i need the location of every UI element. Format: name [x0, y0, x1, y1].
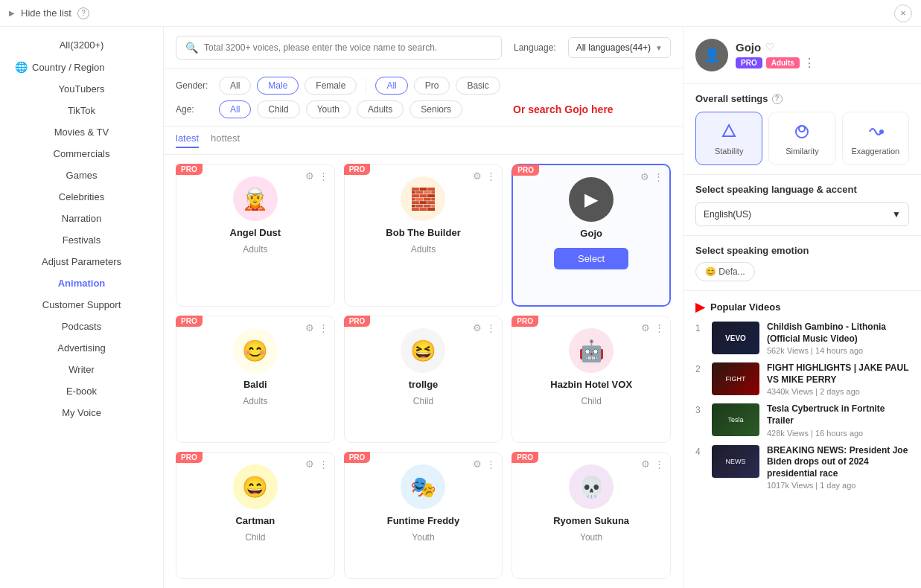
voice-card-cartman[interactable]: PRO ⚙ ⋮ 😄 Cartman Child	[176, 452, 335, 579]
sidebar-item-myvoice[interactable]: My Voice	[0, 402, 163, 424]
language-select[interactable]: All languages(44+) ▼	[568, 37, 671, 58]
settings-icon[interactable]: ⚙	[641, 322, 650, 333]
pro-badge: PRO	[736, 57, 762, 68]
video-title: BREAKING NEWS: President Joe Biden drops…	[767, 445, 909, 480]
age-seniors-btn[interactable]: Seniors	[409, 100, 462, 118]
gender-male-btn[interactable]: Male	[257, 77, 299, 95]
sidebar-item-narration[interactable]: Narration	[0, 208, 163, 229]
sidebar-item-games[interactable]: Games	[0, 164, 163, 186]
settings-icon[interactable]: ⚙	[641, 458, 650, 470]
video-item-2[interactable]: 2 FIGHT FIGHT HIGHLIGHTS | JAKE PAUL VS …	[695, 362, 909, 396]
voice-avatar: ▶	[569, 177, 614, 222]
age-adults-btn[interactable]: Adults	[357, 100, 404, 118]
pro-badge: PRO	[176, 452, 203, 463]
video-meta: 4340k Views | 2 days ago	[767, 387, 909, 396]
exaggeration-card[interactable]: Exaggeration	[842, 112, 909, 165]
sidebar-item-writer[interactable]: Writer	[0, 359, 163, 380]
sidebar-item-celebrities[interactable]: Celebrities	[0, 186, 163, 208]
tier-all-btn[interactable]: All	[375, 77, 407, 95]
card-actions[interactable]: ⚙ ⋮	[305, 170, 328, 182]
sidebar-item-tiktok[interactable]: TikTok	[0, 100, 163, 121]
sidebar-item-commercials[interactable]: Commercials	[0, 143, 163, 164]
card-actions[interactable]: ⚙ ⋮	[473, 322, 496, 333]
card-actions[interactable]: ⚙ ⋮	[305, 322, 328, 333]
settings-icon[interactable]: ⚙	[640, 171, 649, 182]
card-actions[interactable]: ⚙ ⋮	[641, 458, 664, 470]
heart-icon[interactable]: ♡	[765, 41, 775, 53]
more-icon[interactable]: ⋮	[319, 322, 328, 333]
age-all-btn[interactable]: All	[219, 100, 251, 118]
card-actions[interactable]: ⚙ ⋮	[640, 171, 663, 182]
settings-icon[interactable]: ⚙	[473, 458, 482, 470]
voice-card-trollge[interactable]: PRO ⚙ ⋮ 😆 trollge Child	[344, 316, 503, 443]
more-icon[interactable]: ⋮	[654, 458, 664, 470]
card-actions[interactable]: ⚙ ⋮	[473, 458, 496, 470]
settings-icon[interactable]: ⚙	[473, 170, 482, 182]
gender-all-btn[interactable]: All	[219, 77, 251, 95]
more-icon[interactable]: ⋮	[486, 322, 496, 333]
voice-avatar: 😊	[233, 328, 278, 373]
voice-name: Baldi	[243, 379, 267, 390]
close-button[interactable]: ×	[894, 4, 912, 22]
tier-basic-btn[interactable]: Basic	[456, 77, 500, 95]
sidebar-item-customer-support[interactable]: Customer Support	[0, 294, 163, 316]
sidebar-item-all[interactable]: All(3200+)	[0, 34, 163, 56]
info-icon[interactable]: ?	[772, 94, 783, 104]
search-input-wrap[interactable]: 🔍	[176, 36, 502, 60]
stability-card[interactable]: Stability	[695, 112, 762, 165]
voice-card-baldi[interactable]: PRO ⚙ ⋮ 😊 Baldi Adults	[176, 316, 335, 443]
video-item-1[interactable]: 1 VEVO Childish Gambino - Lithonia (Offi…	[695, 322, 909, 355]
voice-card-gojo[interactable]: PRO ⚙ ⋮ ▶ Gojo Select	[512, 164, 671, 307]
language-section-title: Select speaking language & accent	[695, 184, 909, 195]
more-icon[interactable]: ⋮	[654, 171, 663, 182]
sidebar-country-label: Country / Region	[32, 62, 105, 73]
voice-name: Funtime Freddy	[387, 515, 460, 526]
age-child-btn[interactable]: Child	[257, 100, 299, 118]
more-icon[interactable]: ⋮	[319, 170, 328, 182]
card-actions[interactable]: ⚙ ⋮	[473, 170, 496, 182]
tab-hottest[interactable]: hottest	[211, 132, 240, 148]
language-accent-select[interactable]: English(US) ▼	[695, 202, 909, 226]
voice-card-funtime-freddy[interactable]: PRO ⚙ ⋮ 🎭 Funtime Freddy Youth	[344, 452, 503, 579]
language-accent-caret-icon: ▼	[892, 209, 901, 220]
select-voice-button[interactable]: Select	[554, 248, 628, 269]
emotion-default-button[interactable]: 😊 Defa...	[695, 262, 755, 281]
sidebar-item-animation[interactable]: Animation	[0, 272, 163, 294]
voice-card-bob-builder[interactable]: PRO ⚙ ⋮ 🧱 Bob The Builder Adults	[344, 164, 503, 307]
hide-list-button[interactable]: ▶ Hide the list ?	[9, 7, 89, 19]
sidebar-item-youtubers[interactable]: YouTubers	[0, 78, 163, 100]
sidebar-item-ebook[interactable]: E-book	[0, 380, 163, 402]
video-item-4[interactable]: 4 NEWS BREAKING NEWS: President Joe Bide…	[695, 445, 909, 490]
sidebar-item-adjust[interactable]: Adjust Parameters	[0, 251, 163, 272]
card-actions[interactable]: ⚙ ⋮	[641, 322, 664, 333]
voice-card-ryomen-sukuna[interactable]: PRO ⚙ ⋮ 💀 Ryomen Sukuna Youth	[512, 452, 671, 579]
right-header: 👤 Gojo ♡ PRO Adults ⋮	[683, 27, 921, 84]
more-icon[interactable]: ⋮	[654, 322, 664, 333]
more-icon[interactable]: ⋮	[319, 458, 328, 470]
voice-card-angel-dust[interactable]: PRO ⚙ ⋮ 🧝 Angel Dust Adults	[176, 164, 335, 307]
more-options-icon[interactable]: ⋮	[803, 56, 815, 70]
video-item-3[interactable]: 3 Tesla Tesla Cybertruck in Fortnite Tra…	[695, 403, 909, 437]
gender-female-btn[interactable]: Female	[305, 77, 357, 95]
age-youth-btn[interactable]: Youth	[306, 100, 351, 118]
settings-icon[interactable]: ⚙	[305, 458, 314, 470]
voice-card-hazbin[interactable]: PRO ⚙ ⋮ 🤖 Hazbin Hotel VOX Child	[512, 316, 671, 443]
tab-latest[interactable]: latest	[176, 132, 199, 148]
svg-point-2	[880, 130, 883, 133]
more-icon[interactable]: ⋮	[486, 458, 496, 470]
search-input[interactable]	[204, 42, 492, 53]
card-actions[interactable]: ⚙ ⋮	[305, 458, 328, 470]
settings-icon[interactable]: ⚙	[305, 322, 314, 333]
video-meta: 562k Views | 14 hours ago	[767, 346, 909, 355]
sidebar-item-podcasts[interactable]: Podcasts	[0, 316, 163, 337]
similarity-card[interactable]: Similarity	[768, 112, 835, 165]
sidebar-item-festivals[interactable]: Festivals	[0, 229, 163, 251]
help-icon[interactable]: ?	[77, 7, 89, 19]
sidebar-item-country-region[interactable]: 🌐 Country / Region	[0, 56, 163, 78]
settings-icon[interactable]: ⚙	[305, 170, 314, 182]
sidebar-item-advertising[interactable]: Advertising	[0, 337, 163, 359]
sidebar-item-movies[interactable]: Movies & TV	[0, 121, 163, 143]
more-icon[interactable]: ⋮	[486, 170, 496, 182]
settings-icon[interactable]: ⚙	[473, 322, 482, 333]
tier-pro-btn[interactable]: Pro	[414, 77, 450, 95]
